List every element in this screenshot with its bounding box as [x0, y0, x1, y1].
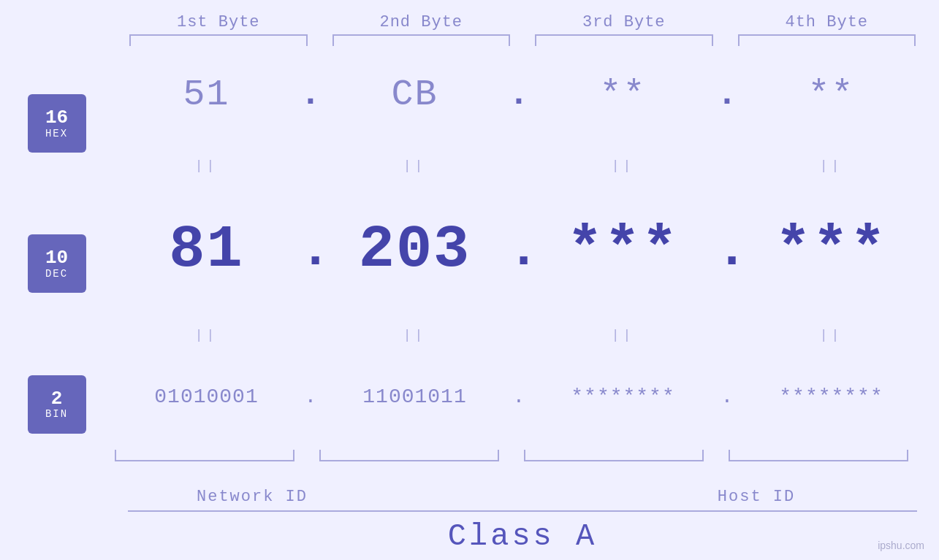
dec-badge-number: 10: [45, 248, 68, 269]
dec-badge: 10 DEC: [28, 234, 86, 293]
byte-headers: 1st Byte 2nd Byte 3rd Byte 4th Byte: [0, 13, 939, 31]
dec-badge-label: DEC: [45, 269, 68, 280]
main-layout: 1st Byte 2nd Byte 3rd Byte 4th Byte 16 H…: [0, 0, 939, 560]
sep-2-1: ||: [113, 328, 300, 342]
bracket-3: [535, 34, 713, 46]
bin-badge-label: BIN: [45, 409, 68, 420]
sep-2-3: ||: [530, 328, 716, 342]
bin-dot-2: .: [508, 386, 530, 408]
hex-val-1: 51: [113, 74, 300, 115]
hex-val-3: **: [530, 74, 716, 115]
bin-row: 01010001 . 11001011 . ******** . *******…: [113, 386, 939, 408]
host-id-section: Host ID: [596, 483, 917, 506]
bottom-sub-brackets: [113, 450, 939, 461]
hex-dot-3: .: [716, 74, 738, 114]
bin-badge: 2 BIN: [28, 375, 86, 434]
dec-dot-2: .: [508, 220, 530, 280]
class-bracket-line: [128, 510, 917, 512]
bin-dot-3: .: [716, 386, 738, 408]
class-section: Class A: [0, 510, 939, 560]
byte-3-header: 3rd Byte: [533, 13, 715, 31]
hex-dot-2: .: [508, 74, 530, 114]
watermark: ipshu.com: [878, 540, 924, 551]
dec-dot-1: .: [300, 220, 322, 280]
bracket-2: [332, 34, 511, 46]
hex-badge-label: HEX: [45, 129, 68, 139]
left-badges: 16 HEX 10 DEC 2 BIN: [0, 46, 113, 482]
data-section: 16 HEX 10 DEC 2 BIN 51 . CB: [0, 46, 939, 482]
sep-row-1: || || || ||: [113, 156, 939, 176]
sep-2-2: ||: [322, 328, 508, 342]
sub-bracket-2: [319, 450, 499, 461]
bracket-1: [129, 34, 308, 46]
bin-val-4: ********: [738, 386, 924, 408]
id-labels-row: Network ID Host ID: [0, 483, 939, 506]
bracket-4: [738, 34, 916, 46]
sep-1-2: ||: [322, 158, 508, 173]
sep-1-3: ||: [530, 158, 716, 173]
hex-val-4: **: [738, 74, 924, 115]
dec-val-3: ***: [530, 216, 716, 284]
sep-1-4: ||: [738, 158, 924, 173]
dec-val-1: 81: [113, 216, 300, 284]
byte-1-header: 1st Byte: [128, 13, 309, 31]
bin-val-1: 01010001: [113, 386, 300, 408]
sep-1-1: ||: [113, 158, 300, 173]
top-brackets: [0, 34, 939, 46]
bin-val-3: ********: [530, 386, 716, 408]
sep-2-4: ||: [738, 328, 924, 342]
class-label: Class A: [128, 516, 917, 560]
sep-row-2: || || || ||: [113, 325, 939, 345]
byte-2-header: 2nd Byte: [331, 13, 512, 31]
hex-dot-1: .: [300, 74, 322, 114]
bin-badge-number: 2: [51, 388, 63, 410]
dec-val-2: 203: [322, 216, 508, 284]
hex-row: 51 . CB . ** . **: [113, 74, 939, 115]
dec-dot-3: .: [716, 220, 738, 280]
hex-badge-number: 16: [45, 107, 68, 129]
sub-bracket-4: [729, 450, 908, 461]
dec-val-4: ***: [738, 216, 924, 284]
network-id-section: Network ID: [128, 483, 376, 506]
hex-badge: 16 HEX: [28, 94, 86, 153]
network-id-label: Network ID: [128, 483, 376, 506]
bin-dot-1: .: [300, 386, 322, 408]
sub-bracket-3: [524, 450, 704, 461]
host-id-label: Host ID: [596, 483, 917, 506]
bin-val-2: 11001011: [322, 386, 508, 408]
dec-row: 81 . 203 . *** . ***: [113, 216, 939, 284]
hex-val-2: CB: [322, 74, 508, 115]
sub-bracket-1: [115, 450, 294, 461]
data-columns: 51 . CB . ** . ** || ||: [113, 46, 939, 482]
byte-4-header: 4th Byte: [737, 13, 918, 31]
